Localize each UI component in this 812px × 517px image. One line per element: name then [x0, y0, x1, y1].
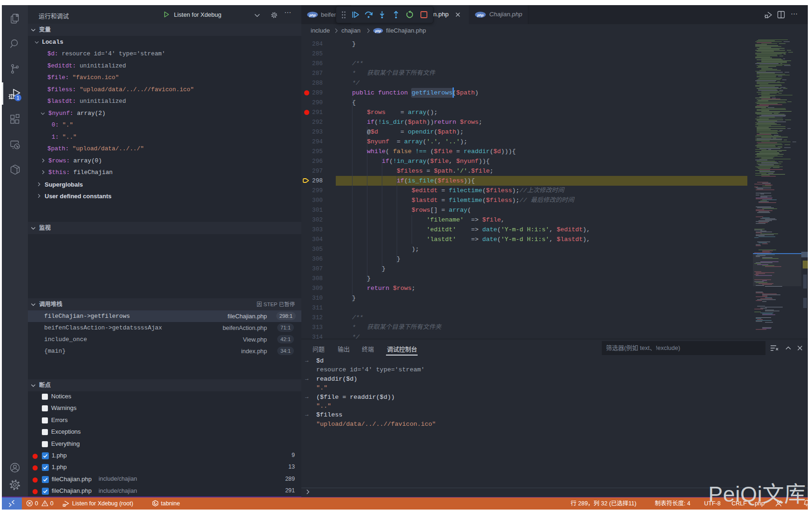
svg-text:php: php — [375, 29, 381, 33]
svg-text:php: php — [309, 13, 316, 17]
svg-text:php: php — [477, 13, 484, 17]
